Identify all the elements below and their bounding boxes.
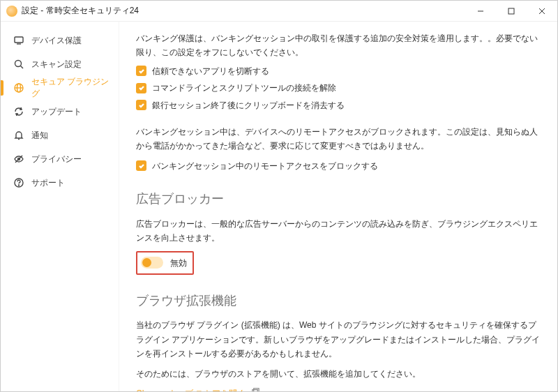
extensions-heading: ブラウザ拡張機能 — [136, 290, 542, 312]
adblock-toggle[interactable] — [141, 257, 163, 269]
sidebar-item-secure-browsing[interactable]: セキュア ブラウジング — [1, 76, 119, 100]
monitor-icon — [13, 35, 24, 46]
minimize-button[interactable] — [465, 1, 496, 22]
adblock-desc: 広告ブロッカーは、一般的な広告サーバーからのコンテンツの読み込みを防ぎ、ブラウジ… — [136, 217, 542, 246]
extensions-desc-1: 当社のブラウザ プラグイン (拡張機能) は、Web サイトのブラウジングに対す… — [136, 318, 542, 361]
sidebar: デバイス保護 スキャン設定 セキュア ブラウジング アップデート — [1, 22, 119, 391]
sidebar-item-label: セキュア ブラウジング — [31, 76, 110, 100]
adblock-toggle-label: 無効 — [170, 256, 187, 270]
checkbox-icon — [136, 83, 146, 93]
refresh-icon — [13, 106, 24, 117]
link-chrome-store[interactable]: Chrome ウェブ ストアを開く — [136, 386, 246, 391]
adblock-heading: 広告ブロッカー — [136, 188, 542, 210]
globe-icon — [13, 82, 24, 93]
app-icon — [6, 6, 17, 17]
checkbox-icon — [136, 66, 146, 76]
bell-icon — [13, 130, 24, 141]
sidebar-item-label: スキャン設定 — [31, 59, 82, 70]
sidebar-item-label: 通知 — [31, 130, 48, 142]
svg-rect-4 — [15, 37, 23, 43]
sidebar-item-notifications[interactable]: 通知 — [1, 123, 119, 147]
adblock-toggle-row: 無効 — [136, 251, 194, 275]
svg-rect-17 — [252, 390, 257, 391]
sidebar-item-label: サポート — [31, 177, 65, 189]
sidebar-item-device-protection[interactable]: デバイス保護 — [1, 29, 119, 52]
search-icon — [13, 59, 24, 70]
checkbox-icon — [136, 160, 146, 171]
external-link-icon[interactable] — [251, 386, 260, 391]
window: 設定 - 常時安全セキュリティ24 デバイス保護 スキャン設定 — [0, 0, 558, 392]
extensions-desc-2: そのためには、ブラウザのストアを開いて、拡張機能を追加してください。 — [136, 367, 542, 381]
sidebar-item-label: プライバシー — [31, 153, 82, 165]
checkbox-label: 銀行セッション終了後にクリップボードを消去する — [152, 98, 345, 112]
banking-desc: バンキング保護は、バンキングセッション中の取引を保護する追加の安全対策を適用しま… — [136, 31, 542, 60]
sidebar-item-label: アップデート — [31, 106, 82, 118]
checkbox-label: 信頼できないアプリを切断する — [152, 64, 269, 78]
checkbox-cmdline-scripts[interactable]: コマンドラインとスクリプトツールの接続を解除 — [136, 81, 542, 95]
checkbox-icon — [136, 100, 146, 110]
sidebar-item-support[interactable]: サポート — [1, 171, 119, 195]
titlebar: 設定 - 常時安全セキュリティ24 — [1, 1, 557, 22]
svg-rect-1 — [508, 8, 514, 14]
sidebar-item-label: デバイス保護 — [31, 35, 82, 47]
checkbox-untrusted-apps[interactable]: 信頼できないアプリを切断する — [136, 64, 542, 78]
content-pane[interactable]: バンキング保護は、バンキングセッション中の取引を保護する追加の安全対策を適用しま… — [119, 22, 557, 391]
sidebar-item-update[interactable]: アップデート — [1, 100, 119, 123]
svg-point-15 — [19, 185, 20, 186]
maximize-button[interactable] — [496, 1, 527, 22]
checkbox-label: バンキングセッション中のリモートアクセスをブロックする — [152, 159, 378, 173]
checkbox-label: コマンドラインとスクリプトツールの接続を解除 — [152, 81, 336, 95]
remote-access-desc: バンキングセッション中は、デバイスへのリモートアクセスがブロックされます。この設… — [136, 125, 542, 153]
help-icon — [13, 177, 24, 188]
close-button[interactable] — [527, 1, 557, 22]
svg-point-6 — [15, 61, 22, 67]
svg-line-7 — [21, 66, 24, 69]
sidebar-item-privacy[interactable]: プライバシー — [1, 147, 119, 171]
checkbox-clear-clipboard[interactable]: 銀行セッション終了後にクリップボードを消去する — [136, 98, 542, 112]
sidebar-item-scan-settings[interactable]: スキャン設定 — [1, 52, 119, 76]
checkbox-block-remote-access[interactable]: バンキングセッション中のリモートアクセスをブロックする — [136, 159, 542, 173]
window-title: 設定 - 常時安全セキュリティ24 — [22, 5, 139, 17]
eye-off-icon — [13, 153, 24, 165]
